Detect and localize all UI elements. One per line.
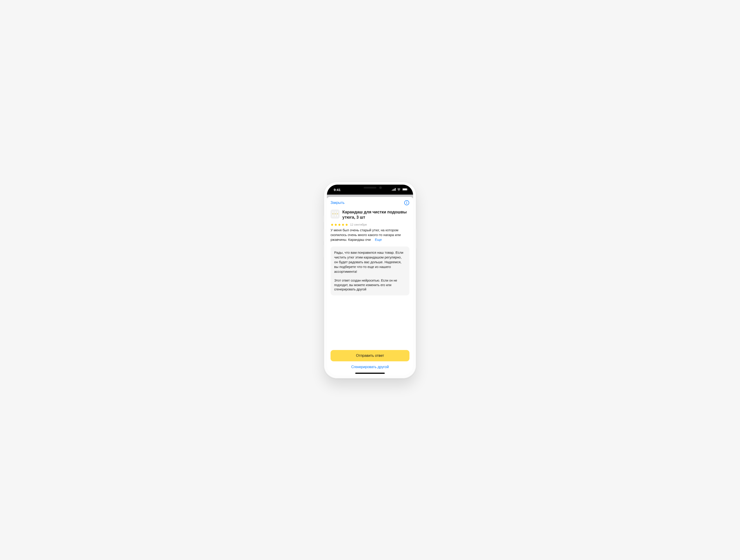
review-text: У меня был очень старый утюг, на котором…	[331, 228, 400, 241]
rating-row: 12 сентября	[331, 223, 409, 226]
rating-stars	[331, 223, 348, 226]
action-bar: Отправить ответ Сгенерировать другой	[327, 350, 413, 375]
svg-rect-9	[406, 202, 407, 204]
star-icon	[342, 223, 345, 226]
svg-rect-6	[407, 189, 408, 190]
product-title: Карандаш для чистки подошвы утюга, 3 шт	[342, 210, 409, 220]
star-icon	[345, 223, 348, 226]
home-indicator[interactable]	[355, 373, 385, 374]
sheet-content: Карандаш для чистки подошвы утюга, 3 шт …	[327, 208, 413, 350]
svg-rect-2	[394, 189, 394, 191]
star-icon	[334, 223, 337, 226]
close-button[interactable]: Закрыть	[331, 201, 345, 205]
status-icons	[391, 188, 408, 191]
star-icon	[331, 223, 334, 226]
svg-rect-5	[403, 189, 407, 190]
notch	[347, 185, 393, 192]
regenerate-button[interactable]: Сгенерировать другой	[331, 361, 409, 371]
mute-switch	[323, 215, 324, 222]
phone-frame: 9:41 Закрыть	[324, 182, 416, 378]
svg-rect-1	[393, 189, 393, 191]
modal-sheet: Закрыть Карандаш для чистки подошвы утюг…	[327, 197, 413, 375]
battery-icon	[402, 188, 408, 191]
reply-card: Рады, что вам понравился наш товар. Если…	[331, 246, 409, 296]
volume-down-button	[323, 245, 324, 257]
send-reply-button[interactable]: Отправить ответ	[331, 350, 409, 361]
review-more-button[interactable]: Еще	[373, 238, 382, 241]
product-row: Карандаш для чистки подошвы утюга, 3 шт	[331, 210, 409, 220]
power-button	[416, 229, 417, 248]
svg-point-8	[406, 201, 407, 202]
ai-disclaimer: Этот ответ создан нейросетью. Если он не…	[334, 278, 406, 292]
star-icon	[338, 223, 341, 226]
status-time: 9:41	[334, 188, 341, 192]
svg-rect-3	[395, 188, 396, 191]
info-icon	[404, 200, 409, 205]
sheet-header: Закрыть	[327, 197, 413, 208]
review-text-container: У меня был очень старый утюг, на котором…	[331, 228, 409, 242]
wifi-icon	[397, 188, 401, 191]
info-button[interactable]	[404, 200, 409, 206]
review-date: 12 сентября	[350, 223, 367, 226]
volume-up-button	[323, 229, 324, 241]
screen: 9:41 Закрыть	[327, 185, 413, 375]
reply-text: Рады, что вам понравился наш товар. Если…	[334, 250, 406, 274]
product-thumbnail	[331, 210, 340, 219]
